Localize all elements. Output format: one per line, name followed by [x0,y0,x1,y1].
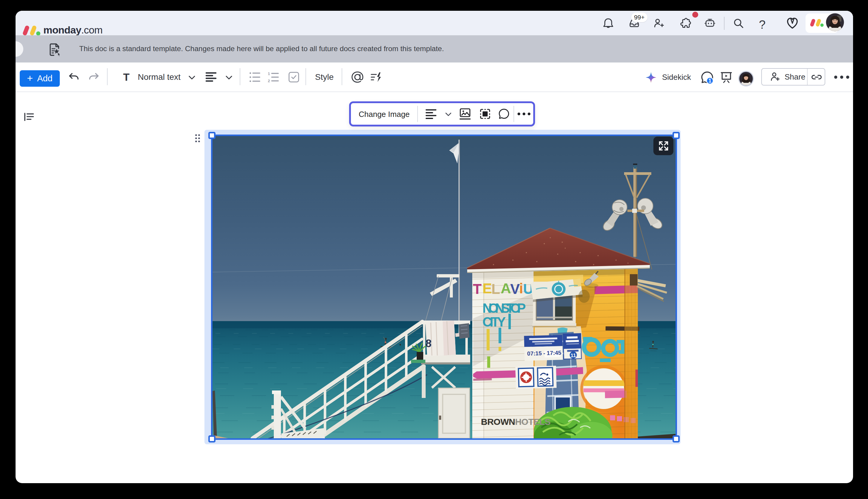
svg-text:L: L [492,281,500,297]
svg-text:11: 11 [571,353,576,358]
svg-text:BROWNHOTELS: BROWNHOTELS [481,417,550,427]
svg-text:A: A [501,280,511,296]
svg-text:07:15 - 17:45: 07:15 - 17:45 [527,350,561,357]
svg-text:i: i [519,280,523,296]
svg-text:2: 2 [268,78,270,83]
svg-text:V: V [510,281,520,297]
svg-text:CITY: CITY [482,315,506,329]
svg-text:T: T [473,281,482,297]
svg-text:1: 1 [708,78,711,84]
svg-text:NONSTOP: NONSTOP [482,301,526,315]
svg-text:8: 8 [425,337,432,350]
svg-text:1: 1 [268,72,270,76]
svg-text:E: E [482,280,492,296]
